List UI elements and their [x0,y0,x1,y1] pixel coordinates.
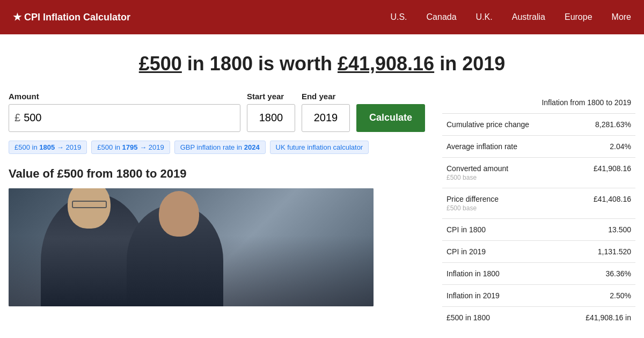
nav-links: U.S. Canada U.K. Australia Europe More [390,12,631,22]
row-value-price-diff: £41,408.16 [548,188,635,218]
brand-logo[interactable]: ★ CPI Inflation Calculator [13,11,390,23]
quick-link-gbp-2024[interactable]: GBP inflation rate in 2024 [174,141,266,154]
row-value-cpi-2019: 1,131.520 [548,240,635,262]
row-value-inflation-1800: 36.36% [548,262,635,284]
row-label-inflation-1800: Inflation in 1800 [442,262,548,284]
table-row: CPI in 2019 1,131.520 [442,240,635,262]
title-amount: £500 [139,53,182,75]
table-row: CPI in 1800 13.500 [442,218,635,240]
glasses [72,201,107,208]
quick-link-1795[interactable]: £500 in 1795 → 2019 [91,141,170,154]
head1 [68,188,111,229]
inflation-table: Inflation from 1800 to 2019 Cumulative p… [442,92,635,328]
row-value-converted: £41,908.16 [548,157,635,188]
table-row: Average inflation rate 2.04% [442,135,635,157]
start-year-input[interactable] [247,104,295,132]
row-label-avg-rate: Average inflation rate [442,135,548,157]
price-diff-sub-label: £500 base [447,204,544,212]
amount-input-wrapper: £ [9,104,240,132]
table-row: Inflation in 1800 36.36% [442,262,635,284]
row-value-500-1800: £41,908.16 in [548,306,635,328]
quick-links: £500 in 1805 → 2019 £500 in 1795 → 2019 … [9,141,425,154]
inflation-table-title: Inflation from 1800 to 2019 [442,92,635,114]
amount-label: Amount [9,92,240,101]
row-label-converted: Converted amount £500 base [442,157,548,188]
row-value-cumulative: 8,281.63% [548,113,635,135]
currency-symbol: £ [14,112,20,124]
nav-link-us[interactable]: U.S. [390,12,407,22]
calculator-form: Amount £ Start year End year Calculate [9,92,425,132]
amount-input[interactable] [24,112,235,124]
title-in-year: in 1800 is worth [187,53,338,75]
end-year-input[interactable] [302,104,350,132]
title-end-year: in 2019 [440,53,505,75]
row-label-price-diff: Price difference £500 base [442,188,548,218]
row-label-inflation-2019: Inflation in 2019 [442,284,548,306]
table-row: Cumulative price change 8,281.63% [442,113,635,135]
amount-group: Amount £ [9,92,240,132]
converted-sub-label: £500 base [447,174,544,181]
start-year-group: Start year [247,92,295,132]
nav-link-uk[interactable]: U.K. [476,12,493,22]
table-row: Price difference £500 base £41,408.16 [442,188,635,218]
sidebar: Inflation from 1800 to 2019 Cumulative p… [442,92,635,328]
section-title: Value of £500 from 1800 to 2019 [9,167,425,181]
row-label-500-1800: £500 in 1800 [442,306,548,328]
calculate-button[interactable]: Calculate [356,104,425,132]
nav-link-australia[interactable]: Australia [512,12,545,22]
end-year-group: End year [302,92,350,132]
row-label-cumulative: Cumulative price change [442,113,548,135]
table-row: £500 in 1800 £41,908.16 in [442,306,635,328]
nav-link-canada[interactable]: Canada [427,12,457,22]
table-row: Converted amount £500 base £41,908.16 [442,157,635,188]
nav-link-europe[interactable]: Europe [565,12,592,22]
end-year-label: End year [302,92,350,101]
start-year-label: Start year [247,92,295,101]
left-column: Amount £ Start year End year Calculate [9,92,425,306]
hero-image [9,188,374,306]
navbar: ★ CPI Inflation Calculator U.S. Canada U… [0,0,644,34]
row-label-cpi-1800: CPI in 1800 [442,218,548,240]
page-title: £500 in 1800 is worth £41,908.16 in 2019 [9,52,635,77]
row-value-inflation-2019: 2.50% [548,284,635,306]
row-label-cpi-2019: CPI in 2019 [442,240,548,262]
head2 [159,191,199,237]
row-value-avg-rate: 2.04% [548,135,635,157]
nav-link-more[interactable]: More [612,12,631,22]
row-value-cpi-1800: 13.500 [548,218,635,240]
quick-link-uk-future[interactable]: UK future inflation calculator [270,141,369,154]
title-result: £41,908.16 [338,53,434,75]
table-row: Inflation in 2019 2.50% [442,284,635,306]
quick-link-1805[interactable]: £500 in 1805 → 2019 [9,141,87,154]
